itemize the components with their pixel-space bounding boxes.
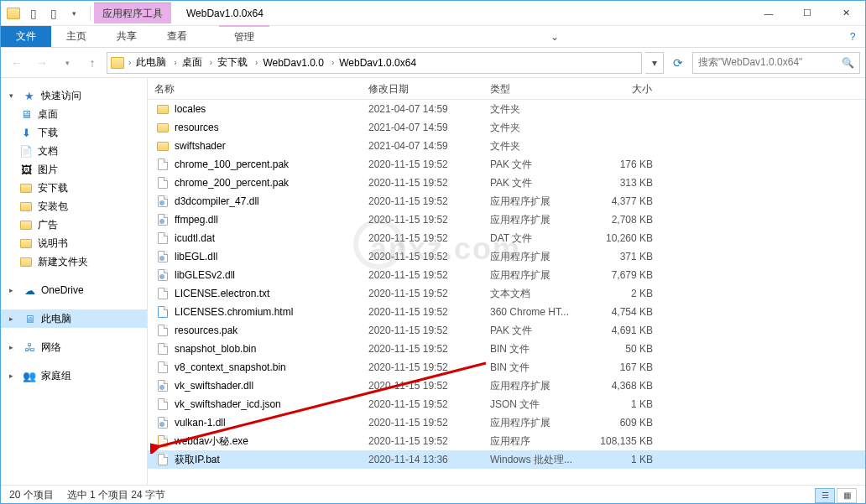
forward-button[interactable]: → — [31, 52, 53, 74]
nav-folder[interactable]: 安下载 — [1, 179, 147, 197]
nav-folder[interactable]: 广告 — [1, 216, 147, 234]
file-size: 108,135 KB — [584, 435, 660, 447]
file-name: v8_context_snapshot.bin — [175, 361, 286, 373]
file-icon — [156, 231, 170, 245]
address-bar[interactable]: › 此电脑› 桌面› 安下载› WebDav1.0.0› WebDav1.0.0… — [107, 52, 642, 74]
ribbon-expand-icon[interactable]: ⌄ — [542, 26, 567, 47]
file-row[interactable]: resources.pak2020-11-15 19:52PAK 文件4,691… — [148, 321, 865, 340]
tab-home[interactable]: 主页 — [51, 26, 102, 47]
file-icon — [156, 324, 170, 337]
help-icon[interactable]: ? — [840, 26, 865, 47]
folder-icon[interactable] — [4, 4, 23, 23]
view-details-button[interactable]: ☰ — [815, 488, 835, 503]
minimize-button[interactable]: — — [749, 1, 788, 26]
up-button[interactable]: ↑ — [81, 52, 103, 74]
breadcrumb-seg[interactable]: 此电脑 — [133, 53, 171, 73]
file-type: JSON 文件 — [483, 397, 584, 412]
nav-onedrive[interactable]: ▸☁OneDrive — [1, 281, 147, 299]
file-type: BIN 文件 — [483, 342, 584, 356]
tab-share[interactable]: 共享 — [102, 26, 152, 47]
col-date[interactable]: 修改日期 — [362, 78, 483, 99]
file-type: 360 Chrome HT... — [483, 306, 584, 318]
nav-folder[interactable]: 安装包 — [1, 197, 147, 216]
nav-documents[interactable]: 📄文档 — [1, 142, 147, 160]
file-name: ffmpeg.dll — [175, 214, 218, 226]
file-row[interactable]: swiftshader2021-04-07 14:59文件夹 — [148, 137, 865, 155]
file-row[interactable]: locales2021-04-07 14:59文件夹 — [148, 100, 865, 118]
file-type: 文件夹 — [483, 121, 584, 135]
file-name: vulkan-1.dll — [175, 417, 226, 429]
tab-view[interactable]: 查看 — [152, 26, 202, 47]
nav-desktop[interactable]: 🖥桌面 — [1, 105, 147, 123]
folder-icon — [111, 57, 124, 69]
file-date: 2020-11-15 19:52 — [362, 325, 483, 336]
breadcrumb-seg[interactable]: WebDav1.0.0 — [260, 53, 329, 73]
file-name: 获取IP.bat — [175, 453, 220, 467]
file-type: 文本文档 — [483, 287, 584, 301]
breadcrumb-seg[interactable]: 安下载 — [215, 53, 253, 73]
file-icon — [156, 397, 170, 411]
search-input[interactable]: 搜索"WebDav1.0.0x64" 🔍 — [692, 52, 860, 74]
file-size: 1 KB — [584, 454, 660, 465]
nav-quick-access[interactable]: ▾★快速访问 — [1, 86, 147, 105]
file-type: 应用程序扩展 — [483, 195, 584, 209]
breadcrumb-seg[interactable]: WebDav1.0.0x64 — [336, 53, 421, 73]
breadcrumb-seg[interactable]: 桌面 — [180, 53, 207, 73]
file-row[interactable]: icudtl.dat2020-11-15 19:52DAT 文件10,260 K… — [148, 229, 865, 247]
file-row[interactable]: libGLESv2.dll2020-11-15 19:52应用程序扩展7,679… — [148, 266, 865, 284]
file-row[interactable]: LICENSES.chromium.html2020-11-15 19:5236… — [148, 303, 865, 321]
back-button[interactable]: ← — [6, 52, 28, 74]
file-row[interactable]: LICENSE.electron.txt2020-11-15 19:52文本文档… — [148, 284, 865, 303]
file-row[interactable]: vk_swiftshader.dll2020-11-15 19:52应用程序扩展… — [148, 377, 865, 395]
file-type: 应用程序扩展 — [483, 268, 584, 283]
file-name: chrome_100_percent.pak — [175, 158, 289, 170]
nav-pictures[interactable]: 🖼图片 — [1, 160, 147, 179]
refresh-button[interactable]: ⟳ — [667, 52, 689, 74]
chevron-right-icon[interactable]: › — [126, 58, 133, 67]
nav-downloads[interactable]: ⬇下载 — [1, 123, 147, 142]
file-row[interactable]: vulkan-1.dll2020-11-15 19:52应用程序扩展609 KB — [148, 413, 865, 432]
view-icons-button[interactable]: ▦ — [837, 488, 857, 503]
file-row[interactable]: webdav小秘.exe2020-11-15 19:52应用程序108,135 … — [148, 432, 865, 450]
nav-network[interactable]: ▸🖧网络 — [1, 338, 147, 356]
nav-folder[interactable]: 新建文件夹 — [1, 252, 147, 271]
file-type: PAK 文件 — [483, 324, 584, 338]
address-dropdown-icon[interactable]: ▾ — [645, 52, 664, 74]
qat-item[interactable]: ▯ — [44, 4, 63, 23]
file-name: d3dcompiler_47.dll — [175, 195, 259, 207]
file-date: 2020-11-15 19:52 — [362, 177, 483, 189]
col-name[interactable]: 名称 — [148, 78, 362, 99]
qat-item[interactable]: ▯ — [24, 4, 43, 23]
file-size: 313 KB — [584, 177, 660, 189]
file-row[interactable]: d3dcompiler_47.dll2020-11-15 19:52应用程序扩展… — [148, 192, 865, 210]
nav-folder[interactable]: 说明书 — [1, 234, 147, 252]
file-row[interactable]: ffmpeg.dll2020-11-15 19:52应用程序扩展2,708 KB — [148, 210, 865, 229]
file-tab[interactable]: 文件 — [1, 26, 51, 47]
recent-dropdown-icon[interactable]: ▾ — [56, 52, 78, 74]
col-size[interactable]: 大小 — [584, 78, 660, 99]
maximize-button[interactable]: ☐ — [788, 1, 827, 26]
file-row[interactable]: libEGL.dll2020-11-15 19:52应用程序扩展371 KB — [148, 247, 865, 266]
file-row[interactable]: v8_context_snapshot.bin2020-11-15 19:52B… — [148, 358, 865, 377]
nav-this-pc[interactable]: ▸🖥此电脑 — [1, 309, 147, 328]
file-date: 2020-11-15 19:52 — [362, 380, 483, 392]
file-date: 2020-11-15 19:52 — [362, 435, 483, 447]
file-date: 2020-11-15 19:52 — [362, 306, 483, 318]
tab-manage[interactable]: 管理 — [219, 25, 269, 47]
file-name: vk_swiftshader_icd.json — [175, 398, 281, 410]
file-date: 2020-11-15 19:52 — [362, 361, 483, 373]
file-name: swiftshader — [175, 140, 226, 152]
qat-dropdown-icon[interactable]: ▾ — [65, 4, 83, 23]
file-row[interactable]: chrome_200_percent.pak2020-11-15 19:52PA… — [148, 174, 865, 192]
file-row[interactable]: snapshot_blob.bin2020-11-15 19:52BIN 文件5… — [148, 340, 865, 358]
file-size: 4,368 KB — [584, 380, 660, 392]
close-button[interactable]: ✕ — [827, 1, 865, 26]
file-size: 10,260 KB — [584, 232, 660, 244]
nav-homegroup[interactable]: ▸👥家庭组 — [1, 366, 147, 385]
file-row[interactable]: resources2021-04-07 14:59文件夹 — [148, 118, 865, 137]
file-row[interactable]: 获取IP.bat2020-11-14 13:36Windows 批处理...1 … — [148, 450, 865, 469]
file-date: 2020-11-14 13:36 — [362, 454, 483, 465]
file-row[interactable]: chrome_100_percent.pak2020-11-15 19:52PA… — [148, 155, 865, 174]
col-type[interactable]: 类型 — [483, 78, 584, 99]
file-row[interactable]: vk_swiftshader_icd.json2020-11-15 19:52J… — [148, 395, 865, 413]
